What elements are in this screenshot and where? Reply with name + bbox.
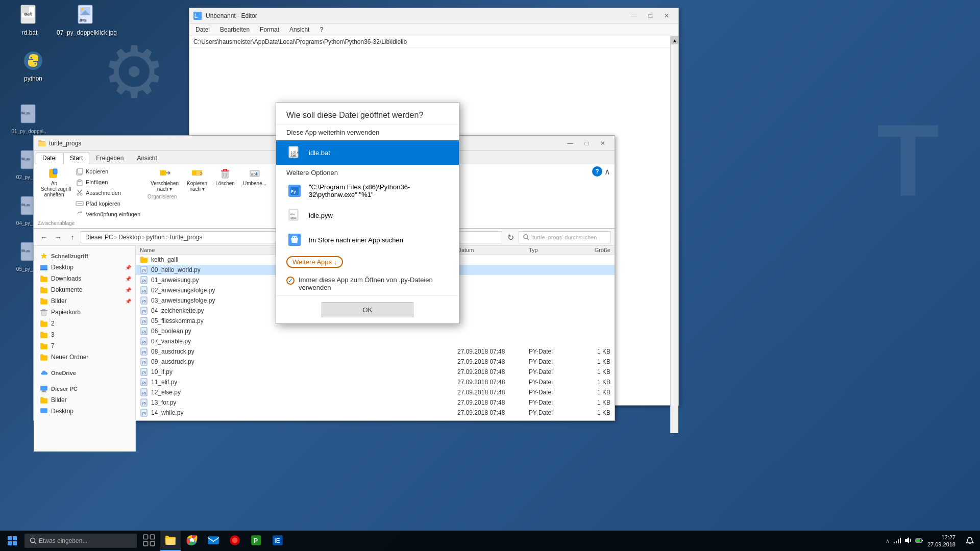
svg-line-47 <box>527 238 529 240</box>
taskbar-app-blue2[interactable]: IE <box>267 531 288 551</box>
tray-expand-btn[interactable]: ∧ <box>886 538 890 544</box>
taskbar-chrome-btn[interactable] <box>182 531 202 551</box>
file-13[interactable]: .py 13_for.py 27.09.2018 07:48 PY-Datei … <box>136 397 615 408</box>
editor-menu-bearbeiten[interactable]: Bearbeiten <box>216 25 254 34</box>
editor-minimize-btn[interactable]: — <box>626 11 642 21</box>
taskbar-notification-btn[interactable] <box>960 531 980 551</box>
editor-scroll-up[interactable]: ▲ <box>671 36 678 44</box>
taskbar-start-button[interactable] <box>0 531 24 551</box>
file-11[interactable]: .py 11_elif.py 27.09.2018 07:48 PY-Datei… <box>136 377 615 387</box>
idle-bat-icon: idle .bat <box>286 144 303 161</box>
svg-text:.py: .py <box>141 360 146 364</box>
verschieben-btn[interactable]: Verschiebennach ▾ <box>148 166 182 193</box>
sidebar-item-3[interactable]: 3 <box>34 329 135 340</box>
explorer-tab-start[interactable]: Start <box>63 152 89 164</box>
ribbon-collapse-btn[interactable]: ∧ <box>604 167 610 177</box>
kopieren-nach-btn[interactable]: Kopierennach ▾ <box>184 166 210 193</box>
editor-menu-datei[interactable]: Datei <box>191 25 214 34</box>
taskbar-app-red[interactable] <box>225 531 245 551</box>
dialog-item-python-exe[interactable]: Py "C:\Program Files (x86)\Python36-32\p… <box>276 179 459 203</box>
svg-rect-118 <box>894 542 895 543</box>
editor-maximize-btn[interactable]: □ <box>643 11 658 21</box>
taskbar-app-green[interactable]: P <box>246 531 266 551</box>
explorer-tab-ansicht[interactable]: Ansicht <box>130 152 163 164</box>
addr-part-python[interactable]: python <box>146 234 165 241</box>
sidebar-item-neuer-ordner[interactable]: Neuer Ordner <box>34 352 135 363</box>
sidebar-item-2[interactable]: 2 <box>34 318 135 329</box>
py-file-icon: .py <box>140 276 148 284</box>
addr-part-pc[interactable]: Dieser PC <box>85 234 113 241</box>
file-06[interactable]: .py 06_boolean.py <box>136 326 615 336</box>
file-08[interactable]: .py 08_ausdruck.py 27.09.2018 07:48 PY-D… <box>136 346 615 357</box>
desktop-icon-doppelklick[interactable]: JPG 07_py_doppelklick.jpg <box>66 3 107 36</box>
file-09[interactable]: .py 09_ausdruck.py 27.09.2018 07:48 PY-D… <box>136 357 615 367</box>
editor-close-btn[interactable]: ✕ <box>659 11 674 21</box>
file-date-08: 27.09.2018 07:48 <box>457 348 529 355</box>
svg-text:.py: .py <box>141 268 146 272</box>
sidebar-item-desktop2[interactable]: Desktop <box>34 406 135 417</box>
sidebar-item-bilder2[interactable]: Bilder <box>34 394 135 406</box>
dialog-item-store[interactable]: Im Store nach einer App suchen <box>276 228 459 252</box>
dialog-more-apps[interactable]: Weitere Apps ↓ <box>276 252 459 272</box>
explorer-tab-datei[interactable]: Datei <box>36 152 63 164</box>
dialog-footer: OK <box>276 295 459 323</box>
pfad-kopieren-btn[interactable]: Pfad kopieren <box>72 198 143 209</box>
addr-part-desktop[interactable]: Desktop <box>118 234 141 241</box>
file-name-08: 08_ausdruck.py <box>151 348 457 355</box>
sidebar-item-7[interactable]: 7 <box>34 340 135 352</box>
sidebar-item-dokumente[interactable]: Dokumente 📌 <box>34 284 135 295</box>
explorer-close-btn[interactable]: ✕ <box>595 138 610 148</box>
addr-part-turtle[interactable]: turtle_progs <box>170 234 202 241</box>
explorer-minimize-btn[interactable]: — <box>562 138 578 148</box>
an-schnellzugriff-btn[interactable]: An Schnellzugriff anheften <box>38 166 70 198</box>
kopieren-btn[interactable]: Kopieren <box>72 166 143 177</box>
bilder-folder-icon <box>40 297 48 305</box>
sidebar-item-bilder[interactable]: Bilder 📌 <box>34 295 135 307</box>
editor-scrollbar[interactable]: ▲ <box>670 36 678 433</box>
desktop-icon-01[interactable]: 01_py 01_py_doppel... <box>9 102 50 134</box>
address-refresh-btn[interactable]: ↻ <box>504 231 517 243</box>
explorer-tab-freigeben[interactable]: Freigeben <box>89 152 130 164</box>
svg-rect-124 <box>922 540 923 541</box>
editor-menu-format[interactable]: Format <box>256 25 283 34</box>
file-10[interactable]: .py 10_if.py 27.09.2018 07:48 PY-Datei 1… <box>136 367 615 377</box>
file-12[interactable]: .py 12_else.py 27.09.2018 07:48 PY-Datei… <box>136 387 615 397</box>
sidebar-item-papierkorb[interactable]: Papierkorb <box>34 307 135 318</box>
nav-up-btn[interactable]: ↑ <box>66 231 79 243</box>
ausschneiden-btn[interactable]: Ausschneiden <box>72 188 143 198</box>
tray-volume-icon[interactable] <box>904 536 912 545</box>
desktop-icon-rd-bat[interactable]: bat rd.bat <box>9 3 50 36</box>
dialog-item-idle-bat[interactable]: idle .bat idle.bat <box>276 140 459 165</box>
taskbar-email-btn[interactable] <box>203 531 224 551</box>
search-bar[interactable]: 'turtle_progs' durchsuchen <box>519 231 610 243</box>
always-use-checkbox[interactable]: ✓ <box>286 277 295 285</box>
sidebar-item-downloads[interactable]: Downloads 📌 <box>34 273 135 284</box>
nav-back-btn[interactable]: ← <box>38 231 50 243</box>
taskbar-search[interactable]: Etwas eingeben... <box>24 534 137 548</box>
taskbar-taskview-btn[interactable] <box>139 531 159 551</box>
taskbar-clock[interactable]: 12:27 27.09.2018 <box>927 534 960 548</box>
explorer-maximize-btn[interactable]: □ <box>579 138 594 148</box>
sidebar-item-desktop[interactable]: Desktop 📌 <box>34 262 135 273</box>
editor-menu-help[interactable]: ? <box>315 25 327 34</box>
einfuegen-btn[interactable]: Einfügen <box>72 177 143 187</box>
tray-extra-icon[interactable] <box>915 536 923 545</box>
svg-text:IE: IE <box>274 537 280 544</box>
svg-rect-107 <box>143 541 148 545</box>
file-14[interactable]: .py 14_while.py 27.09.2018 07:48 PY-Date… <box>136 408 615 418</box>
ribbon-help-btn[interactable]: ? <box>592 166 602 177</box>
desktop-icon-python[interactable]: python <box>13 48 54 82</box>
taskbar-explorer-btn[interactable] <box>160 531 181 551</box>
umbenennen-btn[interactable]: abc Umbene... <box>240 166 270 187</box>
organisieren-label: Organisieren <box>148 194 270 199</box>
svg-rect-102 <box>13 541 17 545</box>
dialog-item-idle-pyw[interactable]: idle .pyw idle.pyw <box>276 203 459 228</box>
loeschen-btn[interactable]: Löschen <box>212 166 238 187</box>
tray-network-icon[interactable] <box>893 536 901 545</box>
dialog-subtitle: Diese App weiterhin verwenden <box>276 124 459 140</box>
file-07[interactable]: .py 07_variable.py <box>136 336 615 346</box>
dialog-ok-button[interactable]: OK <box>322 302 413 317</box>
editor-menu-ansicht[interactable]: Ansicht <box>285 25 313 34</box>
nav-forward-btn[interactable]: → <box>52 231 64 243</box>
verknuepfung-btn[interactable]: Verknüpfung einfügen <box>72 209 143 219</box>
